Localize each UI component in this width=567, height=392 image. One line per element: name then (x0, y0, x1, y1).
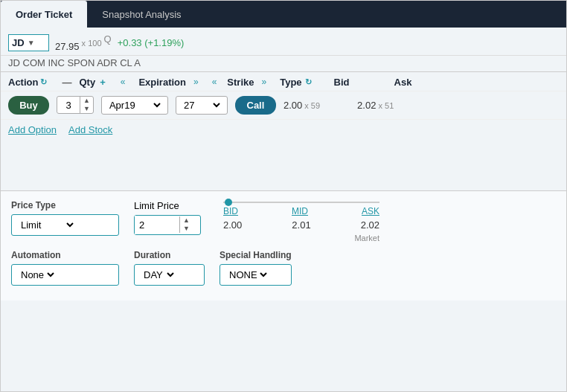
limit-price-arrows: ▲ ▼ (179, 216, 193, 233)
automation-group: Automation None AON FOK (11, 250, 119, 286)
ask-price-value: 2.02 (361, 219, 379, 231)
limit-price-up-arrow[interactable]: ▲ (180, 216, 193, 225)
qty-up-arrow[interactable]: ▲ (80, 97, 93, 105)
bottom-section: Price Type Limit Market Stop Stop Limit … (1, 190, 566, 301)
bid-col-header: Bid (334, 77, 350, 88)
main-container: Order Ticket Snapshot Analysis JD ▼ 27.9… (0, 0, 567, 392)
qty-col-header: Qty + (79, 77, 105, 88)
ask-label[interactable]: ASK (362, 206, 379, 216)
mid-price-value: 2.01 (292, 219, 310, 231)
company-name: JD COM INC SPON ADR CL A (8, 57, 141, 68)
special-handling-group: Special Handling NONE DNR DNI (220, 250, 292, 286)
buy-button[interactable]: Buy (8, 96, 49, 115)
bma-indicator (223, 202, 379, 203)
price-type-dropdown[interactable]: Limit Market Stop Stop Limit (18, 219, 76, 231)
bma-values: 2.00 2.01 2.02 (223, 219, 379, 231)
bid-price-value: 2.00 (223, 219, 242, 231)
expiration-next-icon[interactable]: » (193, 77, 199, 87)
limit-price-input-container: ▲ ▼ (134, 215, 201, 235)
qty-down-arrow[interactable]: ▼ (80, 105, 93, 113)
bid-mid-ask-group: BID MID ASK 2.00 2.01 2.02 Market (223, 200, 379, 242)
add-option-link[interactable]: Add Option (8, 124, 57, 135)
order-header: Action ↻ — Qty + « Expiration » « Strike… (1, 72, 566, 91)
price-type-select[interactable]: Limit Market Stop Stop Limit (11, 214, 119, 236)
symbol-price: 27.95 x 100 Q (55, 33, 112, 52)
qty-stepper: ▲ ▼ (57, 96, 94, 114)
qty-input[interactable] (57, 98, 80, 112)
minus-icon: — (62, 77, 71, 88)
symbol-row: JD ▼ 27.95 x 100 Q +0.33 (+1.19%) (1, 28, 566, 56)
qty-arrows: ▲ ▼ (80, 97, 93, 113)
expiration-prev-icon[interactable]: « (121, 77, 126, 87)
form-row-1: Price Type Limit Market Stop Stop Limit … (11, 200, 556, 242)
order-controls: Buy ▲ ▼ Apr19 May19 Jun19 27 25 28 Call (1, 91, 566, 120)
duration-select[interactable]: DAY GTC GTD EXT (134, 264, 205, 286)
special-handling-dropdown[interactable]: NONE DNR DNI (226, 269, 269, 281)
symbol-value: JD (12, 37, 25, 48)
duration-label: Duration (134, 250, 205, 260)
action-col-header: Action ↻ (8, 77, 47, 88)
strike-next-icon[interactable]: » (262, 77, 267, 87)
tab-bar: Order Ticket Snapshot Analysis (1, 1, 566, 28)
strike-prev-icon[interactable]: « (212, 77, 217, 87)
price-change: +0.33 (+1.19%) (118, 37, 185, 48)
action-refresh-icon[interactable]: ↻ (40, 77, 47, 87)
strike-dropdown[interactable]: 27 25 28 (176, 96, 228, 115)
bma-labels: BID MID ASK (223, 206, 379, 216)
ask-value: 2.02 x 51 (357, 100, 394, 111)
automation-dropdown[interactable]: None AON FOK (18, 269, 57, 281)
bma-line (223, 202, 379, 203)
ask-col-header: Ask (394, 77, 412, 88)
special-handling-label: Special Handling (220, 250, 292, 260)
bid-value: 2.00 x 59 (284, 100, 320, 111)
company-row: JD COM INC SPON ADR CL A (1, 56, 566, 72)
expiration-col-header: Expiration (138, 77, 186, 88)
bma-dot (225, 199, 232, 206)
limit-price-down-arrow[interactable]: ▼ (180, 225, 193, 233)
dropdown-arrow-icon[interactable]: ▼ (28, 39, 35, 47)
plus-icon[interactable]: + (100, 77, 106, 88)
special-handling-select[interactable]: NONE DNR DNI (220, 264, 292, 286)
call-put-toggle[interactable]: Call (235, 96, 276, 115)
market-label: Market (223, 234, 379, 242)
tab-order-ticket[interactable]: Order Ticket (1, 1, 87, 28)
price-type-label: Price Type (11, 200, 119, 211)
duration-dropdown[interactable]: DAY GTC GTD EXT (141, 269, 176, 281)
add-links-row: Add Option Add Stock (1, 120, 566, 138)
expiration-dropdown[interactable]: Apr19 May19 Jun19 (101, 96, 168, 115)
duration-group: Duration DAY GTC GTD EXT (134, 250, 205, 286)
bid-label[interactable]: BID (223, 206, 238, 216)
spacer (1, 138, 566, 190)
automation-label: Automation (11, 250, 119, 260)
strike-select[interactable]: 27 25 28 (181, 99, 222, 112)
type-refresh-icon[interactable]: ↻ (305, 77, 312, 87)
expiration-select[interactable]: Apr19 May19 Jun19 (106, 99, 163, 112)
limit-price-group: Limit Price ▲ ▼ (134, 200, 201, 235)
mid-label[interactable]: MID (292, 206, 308, 216)
strike-col-header: Strike (227, 77, 254, 88)
add-stock-link[interactable]: Add Stock (68, 124, 112, 135)
automation-select[interactable]: None AON FOK (11, 264, 119, 286)
symbol-selector[interactable]: JD ▼ (8, 34, 49, 51)
price-type-group: Price Type Limit Market Stop Stop Limit (11, 200, 119, 236)
tab-snapshot-analysis[interactable]: Snapshot Analysis (87, 1, 196, 28)
type-col-header: Type ↻ (280, 77, 311, 88)
limit-price-label: Limit Price (134, 200, 201, 211)
limit-price-input[interactable] (135, 216, 179, 234)
form-row-2: Automation None AON FOK Duration DAY GTC… (11, 250, 556, 286)
